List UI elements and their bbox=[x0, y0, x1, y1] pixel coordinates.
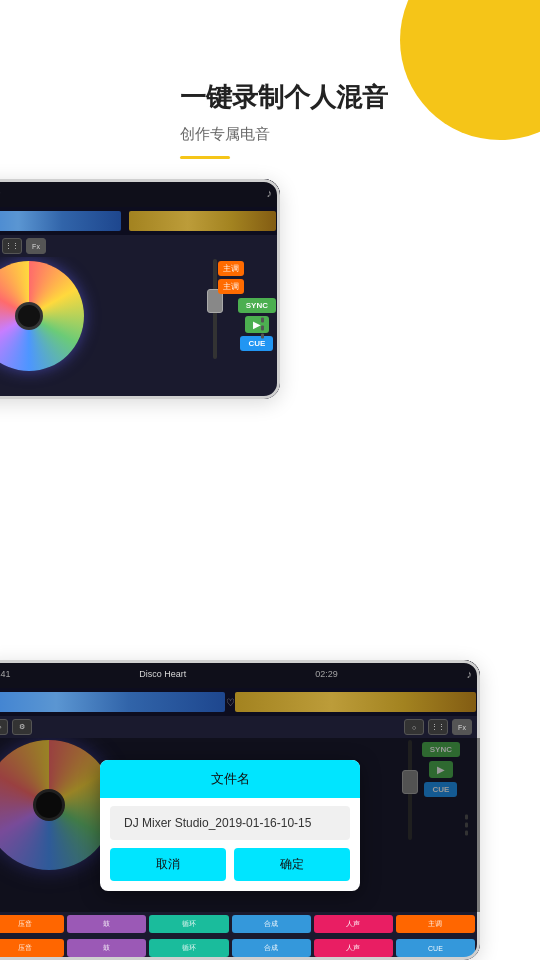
tablet-2-bottom-row-2: 压音 鼓 循环 合成 人声 CUE bbox=[0, 936, 480, 960]
dialog-confirm-btn[interactable]: 确定 bbox=[234, 848, 350, 881]
dialog-box: 文件名 DJ Mixer Studio_2019-01-16-10-15 取消 … bbox=[100, 760, 360, 891]
tablet-2-track-name: Disco Heart bbox=[139, 669, 186, 679]
tablet-2-diamond-btn[interactable]: ◇ bbox=[0, 719, 8, 735]
tablet-1-main-btn-1[interactable]: 主调 bbox=[218, 261, 244, 276]
tablet-2-btn-yayin2[interactable]: 压音 bbox=[0, 939, 64, 957]
tablet-1-topbar: 02:29 ♪ bbox=[0, 179, 280, 207]
tablet-2-waveform-right bbox=[235, 692, 476, 712]
tablet-2-bottom-row-1: 压音 鼓 循环 合成 人声 主调 bbox=[0, 912, 480, 936]
tablet-1-turntable[interactable] bbox=[0, 261, 84, 371]
dialog-cancel-btn[interactable]: 取消 bbox=[110, 848, 226, 881]
sub-title: 创作专属电音 bbox=[180, 125, 500, 144]
tablet-2-time-left: 03:41 bbox=[0, 669, 11, 679]
tablet-2-fx-btn[interactable]: Fx bbox=[452, 719, 472, 735]
tablet-1-music-icon: ♪ bbox=[267, 187, 273, 199]
tablet-1-controls: ○ ⋮⋮ Fx bbox=[0, 235, 280, 257]
tablet-2: 03:41 Disco Heart 02:29 ♪ ♡ ◇ ⚙ bbox=[0, 660, 480, 960]
tablet-2-btn-yayin[interactable]: 压音 bbox=[0, 915, 64, 933]
tablet-2-circle-btn[interactable]: ○ bbox=[404, 719, 424, 735]
tablets-container: 02:29 ♪ ○ ⋮⋮ Fx bbox=[0, 179, 540, 960]
tablet-2-btn-zhudiao[interactable]: 主调 bbox=[396, 915, 475, 933]
tablet-1-fx-btn[interactable]: Fx bbox=[26, 238, 46, 254]
tablet-1-fader-track bbox=[213, 259, 217, 359]
tablet-2-waveform-left bbox=[0, 692, 225, 712]
tablet-2-topbar: 03:41 Disco Heart 02:29 ♪ bbox=[0, 660, 480, 688]
tablet-2-btn-cue2[interactable]: CUE bbox=[396, 939, 475, 957]
tablet-1-waveform bbox=[0, 207, 280, 235]
page-content: 一键录制个人混音 创作专属电音 02:29 ♪ bbox=[0, 0, 540, 960]
tablet-1-screen: 02:29 ♪ ○ ⋮⋮ Fx bbox=[0, 179, 280, 399]
tablet-1-play-btn[interactable]: ▶ bbox=[245, 316, 269, 333]
tablet-1: 02:29 ♪ ○ ⋮⋮ Fx bbox=[0, 179, 280, 399]
tablet-1-main-btn-2[interactable]: 主调 bbox=[218, 279, 244, 294]
tablet-1-eq-btn[interactable]: ⋮⋮ bbox=[2, 238, 22, 254]
text-section: 一键录制个人混音 创作专属电音 bbox=[0, 0, 540, 179]
tablet-2-btn-rensheng[interactable]: 人声 bbox=[314, 915, 393, 933]
tablet-2-btn-rensheng2[interactable]: 人声 bbox=[314, 939, 393, 957]
tablet-1-main-area: 主调 主调 SYNC ▶ CUE bbox=[0, 257, 280, 399]
tablet-2-btn-xunhuan[interactable]: 循环 bbox=[149, 915, 228, 933]
tablet-1-turntable-center bbox=[15, 302, 43, 330]
tablet-1-turntable-disc bbox=[0, 261, 84, 371]
dialog-input[interactable]: DJ Mixer Studio_2019-01-16-10-15 bbox=[110, 806, 350, 840]
main-title: 一键录制个人混音 bbox=[180, 80, 500, 115]
tablet-1-waveform-right bbox=[129, 211, 276, 231]
tablet-1-right-controls: 主调 主调 SYNC ▶ CUE bbox=[218, 261, 276, 351]
dialog-overlay: 文件名 DJ Mixer Studio_2019-01-16-10-15 取消 … bbox=[0, 738, 480, 912]
tablet-2-music-icon: ♪ bbox=[466, 668, 472, 680]
dialog-buttons: 取消 确定 bbox=[110, 848, 350, 881]
tablet-2-controls: ◇ ⚙ ○ ⋮⋮ Fx bbox=[0, 716, 480, 738]
tablet-2-btn-gu[interactable]: 鼓 bbox=[67, 915, 146, 933]
tablet-2-waveform: ♡ bbox=[0, 688, 480, 716]
tablet-2-time-right: 02:29 bbox=[315, 669, 338, 679]
title-underline bbox=[180, 156, 230, 159]
dialog-title: 文件名 bbox=[100, 760, 360, 798]
tablet-2-main-area: SYNC ▶ CUE 文件名 DJ Mixer Stud bbox=[0, 738, 480, 912]
tablet-2-btn-hecheng2[interactable]: 合成 bbox=[232, 939, 311, 957]
tablet-2-btn-xunhuan2[interactable]: 循环 bbox=[149, 939, 228, 957]
tablet-2-eq-btn[interactable]: ⋮⋮ bbox=[428, 719, 448, 735]
tablet-2-btn-hecheng[interactable]: 合成 bbox=[232, 915, 311, 933]
tablet-1-waveform-left bbox=[0, 211, 121, 231]
tablet-2-btn-gu2[interactable]: 鼓 bbox=[67, 939, 146, 957]
tablet-2-screen: 03:41 Disco Heart 02:29 ♪ ♡ ◇ ⚙ bbox=[0, 660, 480, 960]
tablet-1-time: 02:29 bbox=[0, 188, 1, 198]
tablet-1-sync-btn[interactable]: SYNC bbox=[238, 298, 276, 313]
tablet-2-gear-btn[interactable]: ⚙ bbox=[12, 719, 32, 735]
tablet-1-cue-btn[interactable]: CUE bbox=[240, 336, 273, 351]
